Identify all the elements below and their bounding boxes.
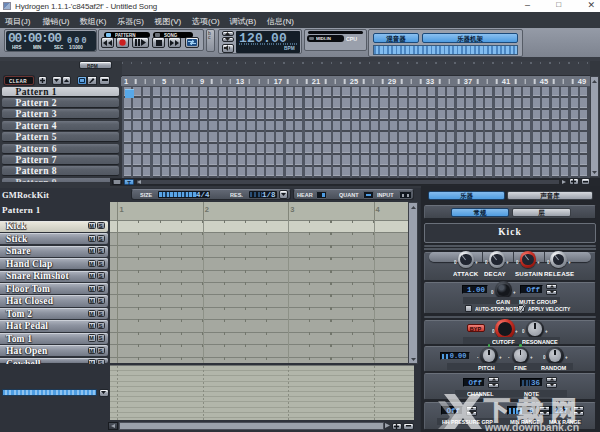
svg-text:www.downbank.cn: www.downbank.cn [484, 421, 579, 432]
